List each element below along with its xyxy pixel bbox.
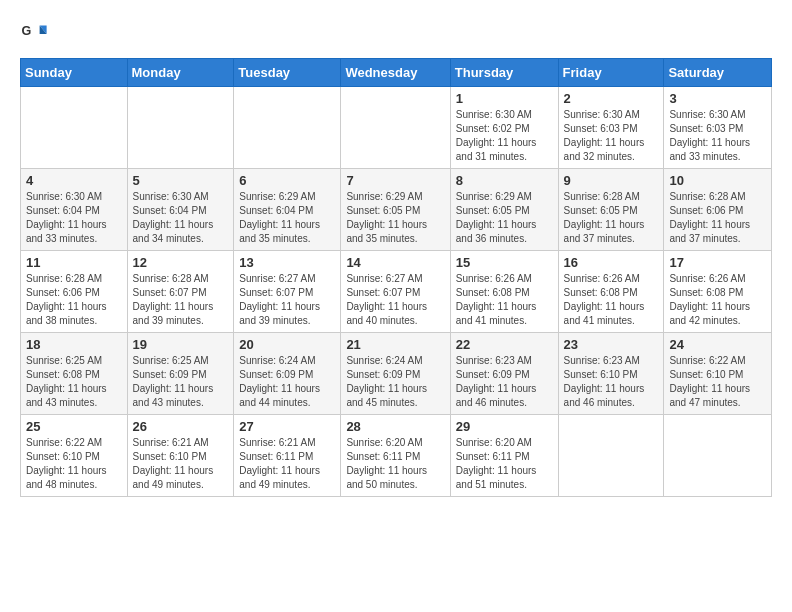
day-number: 9	[564, 173, 659, 188]
calendar-cell: 18Sunrise: 6:25 AM Sunset: 6:08 PM Dayli…	[21, 333, 128, 415]
calendar-cell: 4Sunrise: 6:30 AM Sunset: 6:04 PM Daylig…	[21, 169, 128, 251]
day-info: Sunrise: 6:25 AM Sunset: 6:08 PM Dayligh…	[26, 354, 122, 410]
calendar-cell: 24Sunrise: 6:22 AM Sunset: 6:10 PM Dayli…	[664, 333, 772, 415]
day-number: 11	[26, 255, 122, 270]
day-number: 24	[669, 337, 766, 352]
logo-icon: G	[20, 20, 48, 48]
day-number: 13	[239, 255, 335, 270]
calendar-cell	[558, 415, 664, 497]
calendar-cell: 14Sunrise: 6:27 AM Sunset: 6:07 PM Dayli…	[341, 251, 450, 333]
day-info: Sunrise: 6:20 AM Sunset: 6:11 PM Dayligh…	[346, 436, 444, 492]
day-info: Sunrise: 6:27 AM Sunset: 6:07 PM Dayligh…	[346, 272, 444, 328]
day-info: Sunrise: 6:28 AM Sunset: 6:07 PM Dayligh…	[133, 272, 229, 328]
calendar-cell: 19Sunrise: 6:25 AM Sunset: 6:09 PM Dayli…	[127, 333, 234, 415]
day-number: 5	[133, 173, 229, 188]
day-number: 1	[456, 91, 553, 106]
day-info: Sunrise: 6:30 AM Sunset: 6:02 PM Dayligh…	[456, 108, 553, 164]
day-info: Sunrise: 6:22 AM Sunset: 6:10 PM Dayligh…	[669, 354, 766, 410]
calendar-cell: 26Sunrise: 6:21 AM Sunset: 6:10 PM Dayli…	[127, 415, 234, 497]
calendar-cell: 16Sunrise: 6:26 AM Sunset: 6:08 PM Dayli…	[558, 251, 664, 333]
calendar-table: SundayMondayTuesdayWednesdayThursdayFrid…	[20, 58, 772, 497]
calendar-cell: 20Sunrise: 6:24 AM Sunset: 6:09 PM Dayli…	[234, 333, 341, 415]
calendar-cell	[127, 87, 234, 169]
day-number: 20	[239, 337, 335, 352]
day-info: Sunrise: 6:27 AM Sunset: 6:07 PM Dayligh…	[239, 272, 335, 328]
calendar-cell: 29Sunrise: 6:20 AM Sunset: 6:11 PM Dayli…	[450, 415, 558, 497]
day-number: 3	[669, 91, 766, 106]
day-info: Sunrise: 6:21 AM Sunset: 6:10 PM Dayligh…	[133, 436, 229, 492]
day-number: 23	[564, 337, 659, 352]
calendar-week-3: 11Sunrise: 6:28 AM Sunset: 6:06 PM Dayli…	[21, 251, 772, 333]
calendar-cell: 2Sunrise: 6:30 AM Sunset: 6:03 PM Daylig…	[558, 87, 664, 169]
svg-text:G: G	[21, 24, 31, 38]
weekday-header-thursday: Thursday	[450, 59, 558, 87]
day-info: Sunrise: 6:29 AM Sunset: 6:05 PM Dayligh…	[456, 190, 553, 246]
calendar-cell: 10Sunrise: 6:28 AM Sunset: 6:06 PM Dayli…	[664, 169, 772, 251]
calendar-cell: 3Sunrise: 6:30 AM Sunset: 6:03 PM Daylig…	[664, 87, 772, 169]
calendar-week-1: 1Sunrise: 6:30 AM Sunset: 6:02 PM Daylig…	[21, 87, 772, 169]
day-number: 16	[564, 255, 659, 270]
day-number: 21	[346, 337, 444, 352]
weekday-header-friday: Friday	[558, 59, 664, 87]
day-number: 22	[456, 337, 553, 352]
calendar-cell: 12Sunrise: 6:28 AM Sunset: 6:07 PM Dayli…	[127, 251, 234, 333]
weekday-header-wednesday: Wednesday	[341, 59, 450, 87]
calendar-cell	[664, 415, 772, 497]
day-info: Sunrise: 6:29 AM Sunset: 6:04 PM Dayligh…	[239, 190, 335, 246]
day-number: 29	[456, 419, 553, 434]
calendar-cell: 9Sunrise: 6:28 AM Sunset: 6:05 PM Daylig…	[558, 169, 664, 251]
calendar-cell: 6Sunrise: 6:29 AM Sunset: 6:04 PM Daylig…	[234, 169, 341, 251]
calendar-cell: 22Sunrise: 6:23 AM Sunset: 6:09 PM Dayli…	[450, 333, 558, 415]
calendar-cell	[21, 87, 128, 169]
logo: G	[20, 20, 52, 48]
day-number: 28	[346, 419, 444, 434]
day-info: Sunrise: 6:26 AM Sunset: 6:08 PM Dayligh…	[456, 272, 553, 328]
day-number: 12	[133, 255, 229, 270]
weekday-header-row: SundayMondayTuesdayWednesdayThursdayFrid…	[21, 59, 772, 87]
day-info: Sunrise: 6:21 AM Sunset: 6:11 PM Dayligh…	[239, 436, 335, 492]
day-info: Sunrise: 6:28 AM Sunset: 6:06 PM Dayligh…	[669, 190, 766, 246]
day-number: 18	[26, 337, 122, 352]
day-info: Sunrise: 6:30 AM Sunset: 6:04 PM Dayligh…	[26, 190, 122, 246]
day-info: Sunrise: 6:23 AM Sunset: 6:10 PM Dayligh…	[564, 354, 659, 410]
day-number: 19	[133, 337, 229, 352]
calendar-cell	[341, 87, 450, 169]
weekday-header-tuesday: Tuesday	[234, 59, 341, 87]
calendar-cell: 23Sunrise: 6:23 AM Sunset: 6:10 PM Dayli…	[558, 333, 664, 415]
weekday-header-saturday: Saturday	[664, 59, 772, 87]
day-info: Sunrise: 6:29 AM Sunset: 6:05 PM Dayligh…	[346, 190, 444, 246]
calendar-cell: 17Sunrise: 6:26 AM Sunset: 6:08 PM Dayli…	[664, 251, 772, 333]
calendar-cell: 11Sunrise: 6:28 AM Sunset: 6:06 PM Dayli…	[21, 251, 128, 333]
day-number: 27	[239, 419, 335, 434]
calendar-cell: 7Sunrise: 6:29 AM Sunset: 6:05 PM Daylig…	[341, 169, 450, 251]
day-number: 4	[26, 173, 122, 188]
page-header: G	[20, 20, 772, 48]
day-info: Sunrise: 6:30 AM Sunset: 6:03 PM Dayligh…	[669, 108, 766, 164]
day-info: Sunrise: 6:20 AM Sunset: 6:11 PM Dayligh…	[456, 436, 553, 492]
calendar-cell: 27Sunrise: 6:21 AM Sunset: 6:11 PM Dayli…	[234, 415, 341, 497]
calendar-week-4: 18Sunrise: 6:25 AM Sunset: 6:08 PM Dayli…	[21, 333, 772, 415]
day-info: Sunrise: 6:22 AM Sunset: 6:10 PM Dayligh…	[26, 436, 122, 492]
day-number: 10	[669, 173, 766, 188]
weekday-header-sunday: Sunday	[21, 59, 128, 87]
calendar-week-5: 25Sunrise: 6:22 AM Sunset: 6:10 PM Dayli…	[21, 415, 772, 497]
calendar-cell: 25Sunrise: 6:22 AM Sunset: 6:10 PM Dayli…	[21, 415, 128, 497]
day-info: Sunrise: 6:30 AM Sunset: 6:04 PM Dayligh…	[133, 190, 229, 246]
day-number: 14	[346, 255, 444, 270]
day-number: 26	[133, 419, 229, 434]
day-info: Sunrise: 6:24 AM Sunset: 6:09 PM Dayligh…	[346, 354, 444, 410]
day-number: 6	[239, 173, 335, 188]
calendar-cell: 8Sunrise: 6:29 AM Sunset: 6:05 PM Daylig…	[450, 169, 558, 251]
day-number: 2	[564, 91, 659, 106]
calendar-cell: 21Sunrise: 6:24 AM Sunset: 6:09 PM Dayli…	[341, 333, 450, 415]
day-number: 25	[26, 419, 122, 434]
day-info: Sunrise: 6:24 AM Sunset: 6:09 PM Dayligh…	[239, 354, 335, 410]
calendar-week-2: 4Sunrise: 6:30 AM Sunset: 6:04 PM Daylig…	[21, 169, 772, 251]
day-info: Sunrise: 6:26 AM Sunset: 6:08 PM Dayligh…	[564, 272, 659, 328]
calendar-cell: 5Sunrise: 6:30 AM Sunset: 6:04 PM Daylig…	[127, 169, 234, 251]
day-info: Sunrise: 6:28 AM Sunset: 6:05 PM Dayligh…	[564, 190, 659, 246]
day-number: 7	[346, 173, 444, 188]
weekday-header-monday: Monday	[127, 59, 234, 87]
day-info: Sunrise: 6:30 AM Sunset: 6:03 PM Dayligh…	[564, 108, 659, 164]
calendar-cell: 13Sunrise: 6:27 AM Sunset: 6:07 PM Dayli…	[234, 251, 341, 333]
